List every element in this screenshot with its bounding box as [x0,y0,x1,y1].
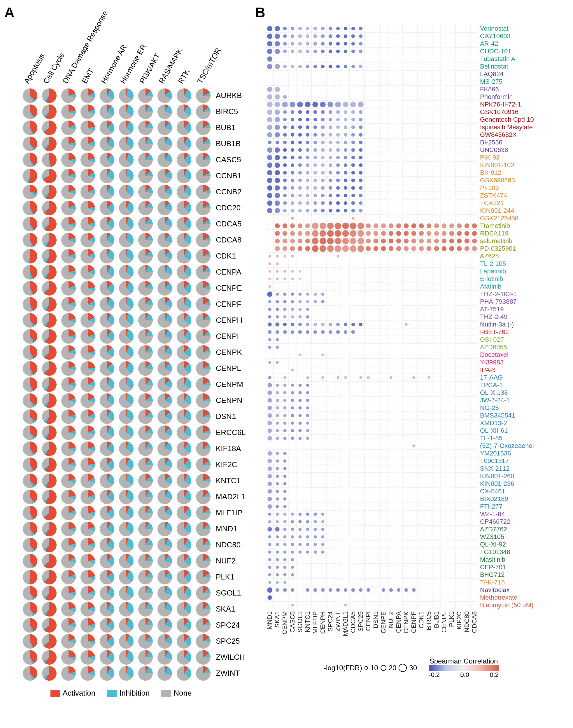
pie-cell [40,232,59,248]
pie-cell [40,553,59,569]
bubble-point [306,330,309,334]
bubble-point [298,323,302,326]
bubble-point [268,338,271,341]
bubble-point [336,179,340,182]
bubble-point [290,224,295,229]
bubble-point [283,391,286,394]
pie-icon [42,345,57,360]
pie-icon [177,490,191,504]
pie-icon [119,650,134,665]
bubble-point [359,126,362,129]
pie-cell [59,280,78,296]
drug-label: XMD13-2 [480,419,507,427]
pie-icon [119,153,134,167]
pie-icon [61,281,76,296]
pie-row: BUB1B [20,136,254,152]
pie-cell [194,569,213,585]
pie-icon [81,120,95,135]
gene-label-b: CDCA8 [471,611,478,633]
pie-icon [61,377,76,392]
pie-cell [40,569,59,585]
pie-cell [40,119,59,136]
pie-cell [40,328,59,344]
pie-cell [20,104,40,119]
pie-cell [194,232,213,248]
pie-icon [23,457,37,472]
bubble-point [313,300,317,303]
bubble-point [283,573,286,576]
pie-icon [177,554,191,568]
pie-icon [100,554,114,568]
pie-icon [42,457,57,472]
bubble-point [291,65,294,68]
pie-cell [174,168,194,184]
drug-label: KIN001-244 [480,207,514,214]
gene-label: ZWINT [213,669,240,678]
bubble-point [275,155,280,160]
pie-cell [174,200,194,216]
bubble-point [275,26,280,31]
bubble-point [405,323,408,326]
bubble-point [298,520,302,523]
pie-icon [138,618,153,633]
bubble-point [275,132,280,137]
pie-cell [59,633,78,649]
bubble-point [283,201,286,205]
bubble-point [291,520,294,523]
pie-icon [61,137,76,151]
pie-icon [177,409,191,424]
pie-icon [42,88,57,103]
bubble-point [268,278,271,280]
bubble-point [275,208,280,213]
drug-label: Afatinib [480,283,501,290]
bubble-point [359,42,362,46]
bubble-point [275,452,279,455]
pie-icon [177,666,191,681]
pie-icon [23,586,37,600]
bubble-point [321,186,324,190]
pie-cell [20,344,40,360]
bubble-point [275,231,280,236]
pie-cell [40,168,59,184]
bubble-point [336,163,340,167]
bubble-point [344,163,347,167]
bubble-point [351,330,355,334]
gene-label: ZWILCH [213,653,245,662]
gene-label-b: CDCA5 [349,611,357,633]
pie-icon [23,634,37,649]
pie-icon [138,297,153,311]
bubble-point [268,550,271,553]
gene-label-b: BIRC5 [425,611,432,630]
gene-label-b: CENPH [319,611,326,634]
legend-inhibition-label: Inhibition [119,689,150,697]
bubble-point [404,239,409,244]
bubble-point [313,27,317,30]
bubble-point [321,543,324,546]
bubble-point [442,231,447,236]
pie-cell [20,216,40,232]
gene-label: DSN1 [213,412,236,421]
pie-cell [194,184,213,200]
bubble-point [350,230,357,237]
bubble-point [306,118,309,122]
pie-icon [23,88,37,103]
drug-label: Navitoclax [480,586,510,593]
bubble-point [359,118,362,122]
pie-cell [155,505,174,521]
bubble-point [283,35,286,38]
pie-icon [81,634,95,649]
bubble-point [321,156,324,159]
bubble-point [283,133,286,137]
bubble-point [276,255,279,258]
pie-icon [23,104,37,119]
bubble-point [344,376,347,379]
bubble-point [306,429,309,432]
gene-label-b: CENPE [380,611,387,633]
bubble-point [313,520,317,523]
bubble-point [268,270,271,273]
drug-label: KIN001-260 [480,472,514,480]
pie-icon [42,490,57,504]
drug-label: OSI-027 [480,336,504,343]
bubble-point [306,27,309,30]
pie-icon [119,425,134,440]
